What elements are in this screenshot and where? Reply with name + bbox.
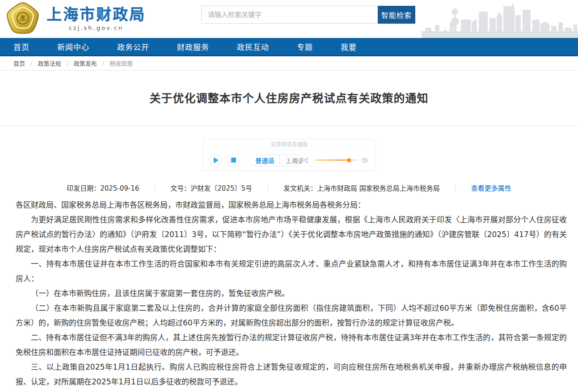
page-title: 关于优化调整本市个人住房房产税试点有关政策的通知 [0, 89, 578, 105]
article-paragraph: 为更好满足居民刚性住房需求和多样化改善性住房需求，促进本市房地产市场平稳健康发展… [16, 213, 567, 257]
view-more-attributes-link[interactable]: 查看更多属性 [471, 183, 511, 192]
nav-item-i-want[interactable]: 我要 [341, 41, 357, 52]
city-skyline-graphic [422, 0, 578, 38]
lang-option-shanghainese[interactable]: 上海话 [280, 155, 303, 166]
nav-item-gov-affairs[interactable]: 政务公开 [117, 41, 149, 52]
meta-separator: ｜ [265, 183, 271, 192]
document-meta: 印发日期：2025-09-16 ｜ 文号：沪财发〔2025〕5号 ｜ 发文机关：… [0, 183, 578, 192]
article-paragraph: 一、持有本市居住证并在本市工作生活的符合国家和本市有关规定引进的高层次人才、重点… [16, 257, 567, 286]
breadcrumb-separator: / [102, 60, 104, 67]
smart-search-button[interactable]: 智能检索 [378, 6, 415, 24]
language-toggle: 普通话 上海话 [249, 154, 303, 166]
audio-player: 无障碍语音播报 普通话 上海话 [203, 139, 375, 171]
site-name: 上海市财政局 [46, 5, 146, 23]
lang-option-mandarin[interactable]: 普通话 [250, 155, 280, 166]
breadcrumb-home[interactable]: 首页 [13, 59, 25, 67]
nav-item-finance-services[interactable]: 财政服务 [177, 41, 209, 52]
stop-button[interactable] [228, 154, 240, 167]
article-paragraph: 三、以上政策自2025年1月1日起执行。购房人已购应税住房符合上述暂免征收规定的… [16, 360, 567, 389]
speaker-mute-icon [304, 157, 311, 164]
volume-slider-handle[interactable] [347, 158, 351, 162]
issuing-agency: 发文机关：上海市财政局 国家税务总局上海市税务局 [283, 183, 440, 192]
nav-item-interaction[interactable]: 政民互动 [237, 41, 269, 52]
breadcrumb-tax-policy: 税收政策 [110, 59, 133, 67]
article-paragraph: （二）在本市新购且属于家庭第二套及以上住房的，合并计算的家庭全部住房面积（指住房… [16, 301, 567, 330]
meta-separator: ｜ [152, 183, 158, 192]
search-input[interactable] [201, 6, 378, 24]
breadcrumb-policy-release[interactable]: 政策发布 [74, 59, 97, 67]
breadcrumb-separator: / [66, 60, 68, 67]
audio-controls: 普通话 上海话 [203, 150, 375, 170]
document-number: 文号：沪财发〔2025〕5号 [170, 183, 252, 192]
nav-item-news[interactable]: 新闻中心 [57, 41, 89, 52]
volume-control [304, 157, 369, 164]
finance-bureau-logo-icon [5, 2, 40, 35]
article-paragraph: （一）在本市新购住房，且该住房属于家庭第一套住房的，暂免征收房产税。 [16, 286, 567, 301]
article-body: 各区财政局、国家税务总局上海市各区税务局，市财政监督局，国家税务总局上海市税务局… [0, 192, 578, 389]
breadcrumb-policy-laws[interactable]: 政策法规 [38, 59, 61, 67]
nav-item-home[interactable]: 首页 [13, 41, 30, 52]
main-nav: 首页 新闻中心 政务公开 财政服务 政民互动 专题 我要 [0, 38, 578, 56]
article-paragraph: 二、持有本市居住证但不满3年的购房人，其上述住房先按暂行办法的规定计算征收房产税… [16, 330, 567, 360]
breadcrumb-separator: / [30, 60, 32, 67]
site-header: 上海市财政局 czj.sh.gov.cn 智能检索 [0, 0, 578, 38]
breadcrumb: 首页 / 政策法规 / 政策发布 / 税收政策 [0, 56, 578, 71]
nav-item-topics[interactable]: 专题 [297, 41, 313, 52]
volume-slider[interactable] [315, 159, 358, 161]
play-button[interactable] [210, 154, 222, 167]
site-domain: czj.sh.gov.cn [46, 25, 146, 31]
title-section: 关于优化调整本市个人住房房产税试点有关政策的通知 [0, 71, 578, 126]
article-paragraph: 各区财政局、国家税务总局上海市各区税务局，市财政监督局，国家税务总局上海市税务局… [16, 198, 567, 213]
speaker-loud-icon[interactable] [362, 157, 369, 164]
stop-icon [231, 158, 236, 163]
logo-area: 上海市财政局 czj.sh.gov.cn [5, 2, 146, 35]
search-bar: 智能检索 [201, 6, 415, 24]
meta-separator: ｜ [452, 183, 459, 192]
audio-player-caption: 无障碍语音播报 [203, 139, 375, 150]
play-icon [214, 157, 219, 163]
site-identity: 上海市财政局 czj.sh.gov.cn [46, 5, 146, 31]
print-date: 印发日期：2025-09-16 [67, 183, 139, 192]
